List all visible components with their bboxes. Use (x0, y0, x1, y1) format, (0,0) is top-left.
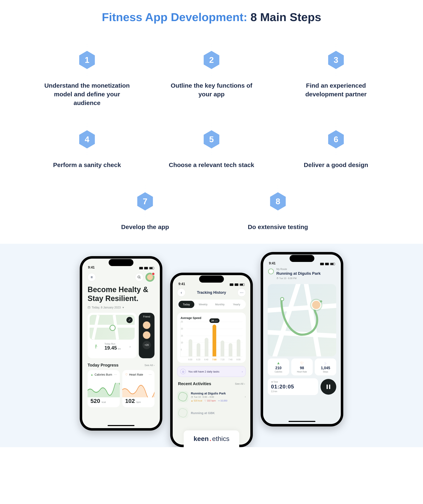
wifi-icon (235, 283, 238, 286)
search-icon (137, 275, 141, 279)
pause-icon (326, 384, 331, 390)
chevron-right-icon: › (245, 395, 246, 399)
current-location-avatar (311, 300, 321, 310)
see-all-link[interactable]: See All › (145, 364, 154, 367)
location-pin-icon (268, 269, 274, 274)
chart-bar (237, 339, 241, 356)
hexagon-badge-icon: 4 (71, 124, 102, 155)
page-title: Fitness App Development: 8 Main Steps (17, 10, 406, 24)
back-button[interactable]: ‹ (177, 288, 185, 297)
more-icon[interactable]: ⋯ (149, 373, 152, 376)
y-tick: 25 (181, 321, 183, 323)
tab-yearly[interactable]: Yearly (229, 301, 245, 308)
x-tick: 6:40 (204, 359, 208, 361)
route-title: Running at Digulis Park (276, 271, 336, 276)
chart-bar (197, 343, 200, 356)
step-label: Deliver a good design (304, 161, 368, 169)
step-label: Perform a sanity check (53, 161, 121, 169)
wifi-icon (325, 263, 329, 265)
step-8: 8 Do extensive testing (216, 186, 340, 231)
clock: 9:41 (88, 266, 94, 269)
search-button[interactable] (135, 273, 143, 281)
live-map[interactable] (268, 284, 336, 356)
avatar[interactable] (145, 273, 154, 282)
step-1: 1 Understand the monetization model and … (29, 44, 145, 107)
home-indicator (108, 425, 135, 426)
menu-button[interactable]: ≡ (88, 273, 96, 281)
battery-icon (330, 263, 335, 265)
clock: 9:41 (178, 282, 185, 286)
sparkline (122, 383, 154, 397)
step-5: 5 Choose a relevant tech stack (153, 124, 270, 169)
metric-steps: ჻ 1,045 Steps (315, 359, 336, 375)
friends-panel[interactable]: Friend +20 (139, 313, 154, 358)
clock-icon: ◔ (271, 381, 273, 383)
average-speed-chart: Average Speed 51015202524 kmh 6:006:206:… (177, 312, 246, 363)
hexagon-badge-icon: 6 (321, 124, 352, 155)
step-label: Understand the monetization model and de… (44, 81, 130, 107)
section-title: Today Progress (88, 363, 118, 368)
signal-icon (320, 263, 324, 265)
target-icon: ◎ (180, 369, 186, 374)
signal-icon (139, 267, 143, 269)
elapsed-time: 01:20:05 (271, 384, 315, 390)
step-label: Outline the key functions of your app (168, 81, 255, 99)
status-icons (230, 283, 245, 286)
activity-item[interactable]: Running at Digulis Park ◔Tue 10 · 6:00 –… (177, 389, 246, 405)
see-all-link[interactable]: See All › (235, 382, 245, 385)
heart-icon: ♡ (291, 361, 313, 366)
calories-card[interactable]: ▲Calories Burn ⋯ 520 kcal (88, 370, 120, 407)
more-icon[interactable]: ⋯ (114, 373, 117, 376)
friend-avatar (142, 331, 151, 339)
y-tick: 15 (181, 335, 183, 337)
y-tick: 5 (181, 348, 182, 351)
tab-today[interactable]: Today (178, 301, 194, 308)
pause-button[interactable] (321, 379, 336, 395)
step-label: Find an experienced development partner (293, 81, 379, 99)
route-thumb-icon (177, 407, 188, 418)
daily-tasks-banner[interactable]: ◎ You still have 2 daily tasks › (177, 366, 246, 377)
phone-mockup-route: 9:41 My Route Running at Digulis Park ◔T… (261, 252, 343, 426)
hexagon-badge-icon: 7 (129, 186, 160, 217)
heart-rate-card[interactable]: ♡Heart Rate ⋯ 102 bpm (122, 370, 154, 407)
mockup-panel: 9:41 ≡ Become Healty & Stay Resilient. T… (0, 244, 423, 447)
chart-tooltip: 24 kmh (209, 318, 219, 323)
x-tick: 8:00 (236, 359, 241, 361)
tab-monthly[interactable]: Monthly (212, 301, 228, 308)
hexagon-badge-icon: 5 (196, 124, 227, 155)
svg-point-4 (96, 345, 96, 346)
step-label: Do extensive testing (248, 223, 308, 231)
route-date: ◔Tue 10 · 6:00 PM (276, 277, 336, 280)
x-tick: 7:20 (220, 359, 224, 361)
clock-icon: ◔ (276, 277, 278, 280)
metrics-row: ▲ 210 Calories ♡ 98 Heart Rate ჻ 1,045 S… (263, 359, 341, 375)
status-icons (139, 267, 154, 269)
activity-item[interactable]: Running at GBK (177, 405, 246, 421)
chart-bar (229, 343, 232, 356)
title-accent: Fitness App Development: (102, 11, 247, 24)
phone-mockup-home: 9:41 ≡ Become Healty & Stay Resilient. T… (80, 256, 162, 431)
route-thumb-icon (177, 391, 188, 402)
more-button[interactable]: ⋯ (238, 288, 246, 297)
step-3: 3 Find an experienced development partne… (278, 44, 394, 107)
home-indicator (288, 421, 315, 422)
today-run-card[interactable]: ⤢ Today Run 19.45 km › (88, 313, 137, 358)
timer-card: ◔ Time 01:20:05 2,5 km (268, 378, 318, 395)
status-icons (320, 263, 335, 265)
steps-grid-top: 1 Understand the monetization model and … (17, 44, 406, 169)
step-label: Develop the app (121, 223, 169, 231)
fire-icon: ▲ (90, 373, 93, 376)
step-2: 2 Outline the key functions of your app (153, 44, 270, 107)
y-tick: 20 (181, 327, 183, 330)
hexagon-badge-icon: 2 (196, 44, 227, 75)
running-icon (94, 344, 98, 349)
fullscreen-icon[interactable]: ⤢ (126, 317, 133, 323)
clock: 9:41 (269, 262, 276, 265)
chart-bar (205, 338, 208, 356)
wifi-icon (144, 267, 148, 269)
route-path (268, 284, 336, 356)
tab-weekly[interactable]: Weekly (195, 301, 211, 308)
chevron-right-icon: › (129, 345, 130, 348)
hexagon-badge-icon: 3 (321, 44, 352, 75)
friends-more-count[interactable]: +20 (142, 341, 151, 349)
